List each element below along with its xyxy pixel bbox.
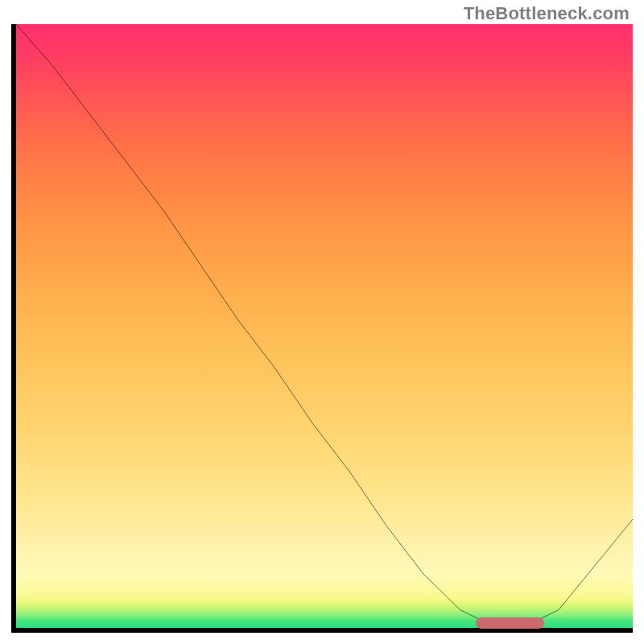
watermark-text: TheBottleneck.com xyxy=(464,3,630,24)
bottleneck-curve xyxy=(16,24,633,628)
chart-axes xyxy=(11,24,633,633)
optimum-range-marker xyxy=(476,617,544,629)
